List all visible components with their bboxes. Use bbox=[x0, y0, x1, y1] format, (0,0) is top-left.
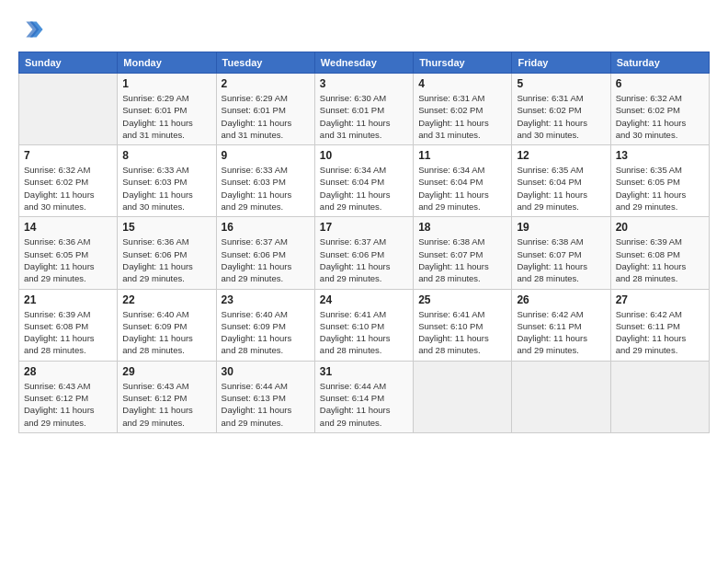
day-info: Sunrise: 6:43 AM Sunset: 6:12 PM Dayligh… bbox=[122, 380, 210, 429]
day-info: Sunrise: 6:40 AM Sunset: 6:09 PM Dayligh… bbox=[222, 308, 310, 357]
day-cell: 10Sunrise: 6:34 AM Sunset: 6:04 PM Dayli… bbox=[314, 145, 413, 217]
day-cell: 1Sunrise: 6:29 AM Sunset: 6:01 PM Daylig… bbox=[118, 74, 216, 145]
week-row-4: 21Sunrise: 6:39 AM Sunset: 6:08 PM Dayli… bbox=[19, 289, 710, 361]
day-cell: 24Sunrise: 6:41 AM Sunset: 6:10 PM Dayli… bbox=[314, 289, 413, 361]
day-cell: 25Sunrise: 6:41 AM Sunset: 6:10 PM Dayli… bbox=[414, 289, 512, 361]
day-info: Sunrise: 6:29 AM Sunset: 6:01 PM Dayligh… bbox=[222, 92, 310, 141]
calendar: SundayMondayTuesdayWednesdayThursdayFrid… bbox=[18, 52, 710, 433]
column-header-monday: Monday bbox=[118, 52, 216, 74]
day-cell: 9Sunrise: 6:33 AM Sunset: 6:03 PM Daylig… bbox=[216, 145, 314, 217]
day-info: Sunrise: 6:39 AM Sunset: 6:08 PM Dayligh… bbox=[24, 308, 112, 357]
day-cell: 28Sunrise: 6:43 AM Sunset: 6:12 PM Dayli… bbox=[19, 361, 118, 432]
logo bbox=[18, 17, 48, 42]
day-cell: 21Sunrise: 6:39 AM Sunset: 6:08 PM Dayli… bbox=[19, 289, 118, 361]
day-number: 2 bbox=[222, 77, 310, 90]
day-number: 11 bbox=[418, 149, 506, 162]
day-number: 16 bbox=[222, 221, 310, 234]
day-info: Sunrise: 6:31 AM Sunset: 6:02 PM Dayligh… bbox=[418, 92, 506, 141]
day-cell: 8Sunrise: 6:33 AM Sunset: 6:03 PM Daylig… bbox=[118, 145, 216, 217]
week-row-2: 7Sunrise: 6:32 AM Sunset: 6:02 PM Daylig… bbox=[19, 145, 710, 217]
day-number: 24 bbox=[320, 293, 408, 306]
day-number: 15 bbox=[122, 221, 210, 234]
day-info: Sunrise: 6:34 AM Sunset: 6:04 PM Dayligh… bbox=[320, 164, 408, 213]
day-info: Sunrise: 6:35 AM Sunset: 6:05 PM Dayligh… bbox=[616, 164, 704, 213]
day-cell: 5Sunrise: 6:31 AM Sunset: 6:02 PM Daylig… bbox=[512, 74, 610, 145]
day-info: Sunrise: 6:29 AM Sunset: 6:01 PM Dayligh… bbox=[122, 92, 210, 141]
day-number: 27 bbox=[616, 293, 704, 306]
day-cell: 26Sunrise: 6:42 AM Sunset: 6:11 PM Dayli… bbox=[512, 289, 610, 361]
day-number: 14 bbox=[24, 221, 112, 234]
day-info: Sunrise: 6:37 AM Sunset: 6:06 PM Dayligh… bbox=[320, 236, 408, 284]
logo-icon bbox=[18, 17, 44, 42]
column-header-saturday: Saturday bbox=[610, 52, 709, 74]
day-number: 25 bbox=[418, 293, 506, 306]
day-info: Sunrise: 6:38 AM Sunset: 6:07 PM Dayligh… bbox=[517, 236, 605, 284]
day-info: Sunrise: 6:32 AM Sunset: 6:02 PM Dayligh… bbox=[24, 164, 112, 213]
day-cell: 17Sunrise: 6:37 AM Sunset: 6:06 PM Dayli… bbox=[314, 217, 413, 289]
day-cell: 22Sunrise: 6:40 AM Sunset: 6:09 PM Dayli… bbox=[118, 289, 216, 361]
day-cell: 31Sunrise: 6:44 AM Sunset: 6:14 PM Dayli… bbox=[314, 361, 413, 432]
day-info: Sunrise: 6:44 AM Sunset: 6:14 PM Dayligh… bbox=[320, 380, 408, 429]
day-number: 30 bbox=[222, 365, 310, 378]
day-cell: 7Sunrise: 6:32 AM Sunset: 6:02 PM Daylig… bbox=[19, 145, 118, 217]
day-info: Sunrise: 6:44 AM Sunset: 6:13 PM Dayligh… bbox=[222, 380, 310, 429]
day-cell: 2Sunrise: 6:29 AM Sunset: 6:01 PM Daylig… bbox=[216, 74, 314, 145]
day-info: Sunrise: 6:42 AM Sunset: 6:11 PM Dayligh… bbox=[616, 308, 704, 357]
column-header-thursday: Thursday bbox=[414, 52, 512, 74]
day-cell: 6Sunrise: 6:32 AM Sunset: 6:02 PM Daylig… bbox=[610, 74, 709, 145]
day-info: Sunrise: 6:42 AM Sunset: 6:11 PM Dayligh… bbox=[517, 308, 605, 357]
day-info: Sunrise: 6:40 AM Sunset: 6:09 PM Dayligh… bbox=[122, 308, 210, 357]
calendar-header: SundayMondayTuesdayWednesdayThursdayFrid… bbox=[19, 52, 710, 74]
day-number: 1 bbox=[122, 77, 210, 90]
day-number: 8 bbox=[122, 149, 210, 162]
day-cell: 13Sunrise: 6:35 AM Sunset: 6:05 PM Dayli… bbox=[610, 145, 709, 217]
day-cell: 14Sunrise: 6:36 AM Sunset: 6:05 PM Dayli… bbox=[19, 217, 118, 289]
day-info: Sunrise: 6:39 AM Sunset: 6:08 PM Dayligh… bbox=[616, 236, 704, 284]
day-number: 9 bbox=[222, 149, 310, 162]
day-cell: 20Sunrise: 6:39 AM Sunset: 6:08 PM Dayli… bbox=[610, 217, 709, 289]
day-cell: 18Sunrise: 6:38 AM Sunset: 6:07 PM Dayli… bbox=[414, 217, 512, 289]
day-number: 5 bbox=[517, 77, 605, 90]
day-number: 28 bbox=[24, 365, 112, 378]
day-number: 19 bbox=[517, 221, 605, 234]
column-header-tuesday: Tuesday bbox=[216, 52, 314, 74]
day-info: Sunrise: 6:32 AM Sunset: 6:02 PM Dayligh… bbox=[616, 92, 704, 141]
day-cell bbox=[19, 74, 118, 145]
day-number: 22 bbox=[122, 293, 210, 306]
day-number: 20 bbox=[616, 221, 704, 234]
day-info: Sunrise: 6:41 AM Sunset: 6:10 PM Dayligh… bbox=[320, 308, 408, 357]
day-number: 23 bbox=[222, 293, 310, 306]
week-row-1: 1Sunrise: 6:29 AM Sunset: 6:01 PM Daylig… bbox=[19, 74, 710, 145]
column-header-wednesday: Wednesday bbox=[314, 52, 413, 74]
column-header-sunday: Sunday bbox=[19, 52, 118, 74]
day-number: 7 bbox=[24, 149, 112, 162]
day-cell: 11Sunrise: 6:34 AM Sunset: 6:04 PM Dayli… bbox=[414, 145, 512, 217]
day-info: Sunrise: 6:33 AM Sunset: 6:03 PM Dayligh… bbox=[122, 164, 210, 213]
day-info: Sunrise: 6:41 AM Sunset: 6:10 PM Dayligh… bbox=[418, 308, 506, 357]
day-cell bbox=[610, 361, 709, 432]
day-info: Sunrise: 6:35 AM Sunset: 6:04 PM Dayligh… bbox=[517, 164, 605, 213]
day-number: 21 bbox=[24, 293, 112, 306]
day-number: 26 bbox=[517, 293, 605, 306]
day-number: 31 bbox=[320, 365, 408, 378]
day-number: 4 bbox=[418, 77, 506, 90]
day-cell: 15Sunrise: 6:36 AM Sunset: 6:06 PM Dayli… bbox=[118, 217, 216, 289]
day-cell: 16Sunrise: 6:37 AM Sunset: 6:06 PM Dayli… bbox=[216, 217, 314, 289]
header-row: SundayMondayTuesdayWednesdayThursdayFrid… bbox=[19, 52, 710, 74]
header bbox=[18, 17, 710, 42]
day-cell: 19Sunrise: 6:38 AM Sunset: 6:07 PM Dayli… bbox=[512, 217, 610, 289]
day-info: Sunrise: 6:36 AM Sunset: 6:06 PM Dayligh… bbox=[122, 236, 210, 284]
day-cell bbox=[414, 361, 512, 432]
day-info: Sunrise: 6:37 AM Sunset: 6:06 PM Dayligh… bbox=[222, 236, 310, 284]
day-cell: 3Sunrise: 6:30 AM Sunset: 6:01 PM Daylig… bbox=[314, 74, 413, 145]
day-number: 17 bbox=[320, 221, 408, 234]
day-cell: 27Sunrise: 6:42 AM Sunset: 6:11 PM Dayli… bbox=[610, 289, 709, 361]
day-number: 18 bbox=[418, 221, 506, 234]
day-info: Sunrise: 6:38 AM Sunset: 6:07 PM Dayligh… bbox=[418, 236, 506, 284]
day-info: Sunrise: 6:31 AM Sunset: 6:02 PM Dayligh… bbox=[517, 92, 605, 141]
day-info: Sunrise: 6:30 AM Sunset: 6:01 PM Dayligh… bbox=[320, 92, 408, 141]
week-row-3: 14Sunrise: 6:36 AM Sunset: 6:05 PM Dayli… bbox=[19, 217, 710, 289]
day-cell: 29Sunrise: 6:43 AM Sunset: 6:12 PM Dayli… bbox=[118, 361, 216, 432]
day-number: 3 bbox=[320, 77, 408, 90]
day-info: Sunrise: 6:34 AM Sunset: 6:04 PM Dayligh… bbox=[418, 164, 506, 213]
